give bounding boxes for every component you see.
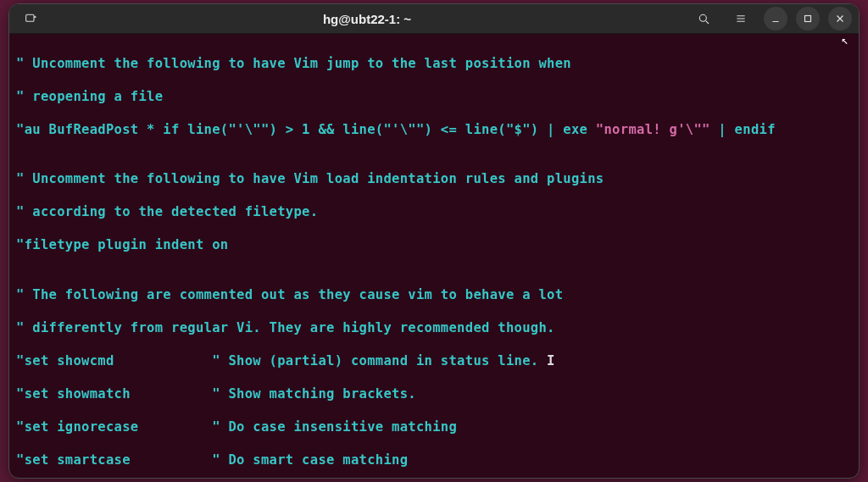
window-title: hg@ubt22-1: ~ [45, 12, 689, 26]
search-icon [697, 12, 710, 25]
terminal-window: hg@ubt22-1: ~ ↖ " Uncomment the followin… [8, 3, 860, 479]
editor-line: " Uncomment the following to have Vim lo… [16, 171, 852, 188]
close-button[interactable] [828, 7, 852, 30]
editor-line: "au BufReadPost * if line("'\"") > 1 && … [16, 122, 852, 139]
editor-line: " reopening a file [16, 89, 852, 106]
editor-line: "filetype plugin indent on [16, 237, 852, 254]
terminal-content[interactable]: " Uncomment the following to have Vim ju… [9, 34, 859, 479]
maximize-button[interactable] [796, 7, 820, 30]
search-button[interactable] [689, 4, 718, 33]
hamburger-icon [734, 12, 748, 25]
svg-rect-9 [805, 16, 811, 22]
minimize-icon [770, 13, 782, 25]
editor-line: " The following are commented out as the… [16, 287, 852, 304]
editor-line: "set showcmd " Show (partial) command in… [16, 353, 852, 370]
svg-line-4 [706, 21, 709, 24]
editor-line: "set showmatch " Show matching brackets. [16, 386, 852, 403]
new-tab-button[interactable] [16, 4, 45, 33]
menu-button[interactable] [726, 4, 755, 33]
close-icon [834, 13, 846, 25]
editor-line: "set smartcase " Do smart case matching [16, 452, 852, 469]
editor-line: "set ignorecase " Do case insensitive ma… [16, 419, 852, 436]
editor-line: " Uncomment the following to have Vim ju… [16, 56, 852, 73]
maximize-icon [802, 13, 814, 25]
editor-line: " according to the detected filetype. [16, 204, 852, 221]
svg-point-3 [699, 14, 706, 21]
editor-line: " differently from regular Vi. They are … [16, 320, 852, 337]
text-cursor-icon: I [547, 353, 555, 368]
new-tab-icon [24, 12, 37, 25]
minimize-button[interactable] [764, 7, 787, 30]
titlebar: hg@ubt22-1: ~ ↖ [9, 4, 859, 34]
svg-rect-0 [26, 14, 34, 21]
